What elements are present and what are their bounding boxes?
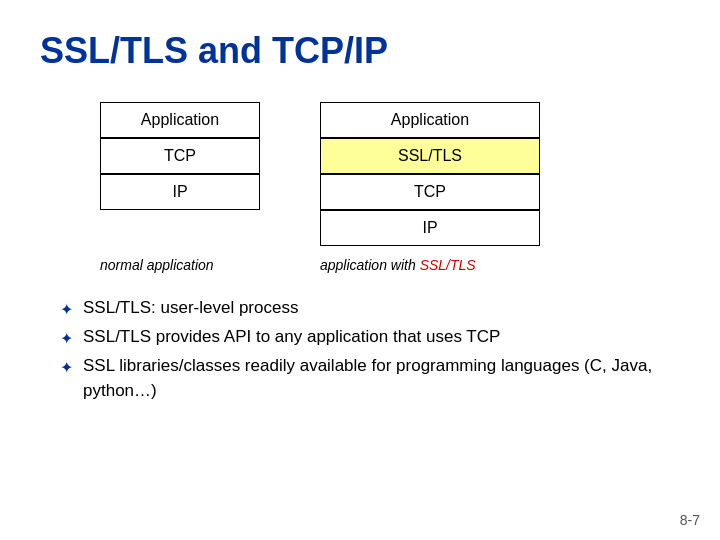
bullet-text-3: SSL libraries/classes readily available … bbox=[83, 354, 670, 403]
right-caption-suffix: SSL/TLS bbox=[420, 257, 476, 273]
left-box-application: Application bbox=[100, 102, 260, 138]
left-box-ip: IP bbox=[100, 174, 260, 210]
labels-row: normal application application with SSL/… bbox=[100, 256, 680, 274]
right-box-ip: IP bbox=[320, 210, 540, 246]
bullet-item-3: ✦ SSL libraries/classes readily availabl… bbox=[60, 354, 670, 403]
diagrams-row: Application TCP IP Application SSL/TLS T… bbox=[100, 102, 680, 246]
right-box-ssl: SSL/TLS bbox=[320, 138, 540, 174]
bullet-diamond-2: ✦ bbox=[60, 327, 73, 350]
left-diagram-label: normal application bbox=[100, 256, 260, 274]
right-diagram-label: application with SSL/TLS bbox=[320, 256, 540, 274]
bullet-diamond-1: ✦ bbox=[60, 298, 73, 321]
left-box-tcp: TCP bbox=[100, 138, 260, 174]
left-diagram: Application TCP IP bbox=[100, 102, 260, 210]
bullet-item-1: ✦ SSL/TLS: user-level process bbox=[60, 296, 670, 321]
bullets-section: ✦ SSL/TLS: user-level process ✦ SSL/TLS … bbox=[60, 296, 670, 404]
bullet-text-2: SSL/TLS provides API to any application … bbox=[83, 325, 670, 350]
slide: SSL/TLS and TCP/IP Application TCP IP Ap… bbox=[0, 0, 720, 540]
slide-title: SSL/TLS and TCP/IP bbox=[40, 30, 680, 72]
right-diagram: Application SSL/TLS TCP IP bbox=[320, 102, 540, 246]
right-caption-prefix: application with bbox=[320, 257, 420, 273]
bullet-item-2: ✦ SSL/TLS provides API to any applicatio… bbox=[60, 325, 670, 350]
bullet-text-1: SSL/TLS: user-level process bbox=[83, 296, 670, 321]
bullet-diamond-3: ✦ bbox=[60, 356, 73, 379]
page-number: 8-7 bbox=[680, 512, 700, 528]
right-box-application: Application bbox=[320, 102, 540, 138]
right-box-tcp: TCP bbox=[320, 174, 540, 210]
